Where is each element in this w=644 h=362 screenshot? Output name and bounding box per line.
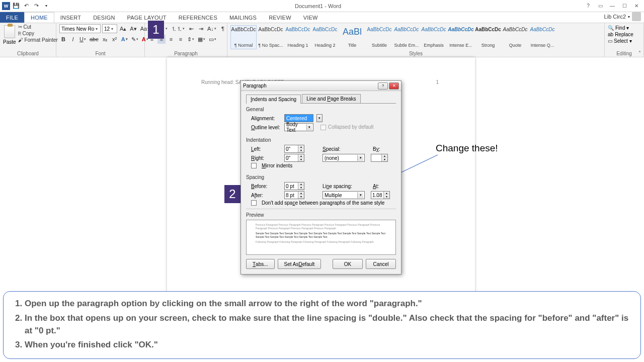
- strike-button[interactable]: abc: [89, 35, 100, 44]
- dialog-title: Paragraph: [243, 83, 267, 88]
- tabs-button[interactable]: Tabs...: [246, 259, 275, 269]
- help-icon[interactable]: ?: [584, 2, 593, 10]
- style-tile[interactable]: AaBbCcDcIntense E...: [448, 25, 474, 49]
- dialog-tab-breaks[interactable]: Line and Page Breaks: [302, 94, 360, 103]
- tab-references[interactable]: REFERENCES: [173, 12, 223, 23]
- decrease-indent-icon[interactable]: ⇤: [187, 24, 195, 33]
- maximize-icon[interactable]: ☐: [620, 2, 629, 10]
- style-tile[interactable]: AaBbCcDcHeading 1: [285, 25, 311, 49]
- underline-button[interactable]: U: [78, 35, 87, 44]
- title-bar: W 💾 ↶ ↷ ▾ Document1 - Word ? ▭ — ☐ ✕: [0, 0, 644, 12]
- tab-insert[interactable]: INSERT: [54, 12, 87, 23]
- window-title: Document1 - Word: [52, 3, 584, 9]
- paragraph-dialog: Paragraph ? ✕ IIndents and Spacingndents…: [240, 80, 401, 275]
- ok-button[interactable]: OK: [333, 259, 363, 269]
- user-name[interactable]: Lib Circ2: [604, 14, 626, 20]
- tab-design[interactable]: DESIGN: [87, 12, 121, 23]
- style-tile[interactable]: AaBbCcDc¶ Normal: [230, 25, 257, 49]
- indent-left-input[interactable]: ▴▾: [284, 145, 304, 153]
- highlight-icon[interactable]: ✎: [130, 35, 139, 44]
- bold-button[interactable]: B: [59, 35, 67, 44]
- paste-button[interactable]: Paste: [3, 24, 16, 45]
- line-spacing-dropdown[interactable]: Multiple▾: [323, 191, 365, 199]
- multilevel-icon[interactable]: ⒈⒈: [170, 24, 186, 33]
- style-tile[interactable]: AaBbCcDcQuote: [502, 25, 528, 49]
- borders-icon[interactable]: ▭: [208, 35, 217, 44]
- subscript-button[interactable]: x₂: [101, 35, 109, 44]
- find-button[interactable]: 🔍 Find ▾: [608, 25, 633, 31]
- font-name-combo[interactable]: Times New Ro▾: [59, 24, 101, 33]
- minimize-icon[interactable]: —: [608, 2, 617, 10]
- before-input[interactable]: ▴▾: [284, 182, 304, 190]
- style-tile[interactable]: AaBbCcDcSubtle Em...: [393, 25, 420, 49]
- instruction-2: In the box that opens up on your screen,…: [25, 312, 633, 337]
- tab-view[interactable]: VIEW: [297, 12, 324, 23]
- format-painter-button[interactable]: 🖌 Format Painter: [18, 37, 58, 43]
- indent-right-input[interactable]: ▴▾: [284, 154, 304, 162]
- tab-mailings[interactable]: MAILINGS: [223, 12, 263, 23]
- style-tile[interactable]: AaBlTitle: [339, 25, 365, 49]
- at-input[interactable]: ▴▾: [371, 191, 390, 199]
- italic-button[interactable]: I: [69, 35, 77, 44]
- by-input[interactable]: ▴▾: [371, 154, 388, 162]
- page-number: 1: [436, 79, 439, 85]
- shrink-font-icon[interactable]: A▾: [129, 24, 137, 33]
- style-tile[interactable]: AaBbCcDc¶ No Spac...: [258, 25, 284, 49]
- ribbon: Paste ✂ Cut ⎘ Copy 🖌 Format Painter Clip…: [0, 23, 644, 57]
- copy-button[interactable]: ⎘ Copy: [18, 31, 58, 36]
- justify-icon[interactable]: ≡: [177, 35, 185, 44]
- tab-home[interactable]: HOME: [24, 12, 54, 23]
- tab-file[interactable]: FILE: [0, 12, 24, 23]
- mirror-checkbox[interactable]: [251, 163, 257, 168]
- tab-review[interactable]: REVIEW: [263, 12, 297, 23]
- grow-font-icon[interactable]: A▴: [119, 24, 127, 33]
- sort-icon[interactable]: A↓: [206, 24, 217, 33]
- no-add-checkbox[interactable]: [251, 200, 257, 206]
- set-default-button[interactable]: Set As Default: [278, 259, 321, 269]
- collapse-ribbon-icon[interactable]: ˄: [638, 50, 641, 56]
- instruction-3: When you're finished click "OK.": [25, 339, 633, 351]
- show-marks-icon[interactable]: ¶: [219, 24, 227, 33]
- line-spacing-icon[interactable]: ⇕: [186, 35, 195, 44]
- replace-button[interactable]: ab Replace: [608, 32, 633, 37]
- text-effects-icon[interactable]: A: [120, 35, 129, 44]
- style-tile[interactable]: AaBbCcDcStrong: [475, 25, 501, 49]
- group-clipboard-label: Clipboard: [3, 50, 53, 57]
- after-input[interactable]: ▴▾: [284, 191, 304, 199]
- cut-button[interactable]: ✂ Cut: [18, 24, 58, 30]
- instructions-box: Open up the paragraph option by clicking…: [3, 291, 641, 359]
- undo-icon[interactable]: ↶: [22, 2, 30, 10]
- style-tile[interactable]: AaBbCcDcIntense Q...: [529, 25, 555, 49]
- special-dropdown[interactable]: (none)▾: [323, 154, 365, 162]
- style-tile[interactable]: AaBbCcDcHeading 2: [312, 25, 338, 49]
- align-right-icon[interactable]: ≡: [167, 35, 175, 44]
- preview-box: Previous Paragraph Previous Paragraph Pr…: [246, 220, 396, 255]
- style-tile[interactable]: AaBbCcDcEmphasis: [421, 25, 447, 49]
- word-icon: W: [2, 2, 10, 10]
- superscript-button[interactable]: x²: [111, 35, 119, 44]
- collapsed-checkbox: [320, 125, 326, 130]
- close-icon[interactable]: ✕: [632, 2, 641, 10]
- shading-icon[interactable]: ▦: [197, 35, 206, 44]
- increase-indent-icon[interactable]: ⇥: [197, 24, 205, 33]
- clipboard-icon: [4, 25, 15, 38]
- dialog-close-icon[interactable]: ✕: [389, 82, 399, 89]
- styles-gallery[interactable]: AaBbCcDc¶ NormalAaBbCcDc¶ No Spac...AaBb…: [230, 24, 555, 49]
- alignment-dropdown[interactable]: Centered: [284, 114, 313, 122]
- style-tile[interactable]: AaBbCcDcSubtitle: [366, 25, 392, 49]
- save-icon[interactable]: 💾: [12, 2, 20, 10]
- dialog-tab-indents[interactable]: IIndents and Spacingndents and Spacing: [246, 95, 301, 104]
- user-avatar-icon[interactable]: [632, 12, 641, 21]
- font-size-combo[interactable]: 12▾: [102, 24, 117, 33]
- cancel-button[interactable]: Cancel: [366, 259, 396, 269]
- select-button[interactable]: ▭ Select ▾: [608, 38, 633, 44]
- callout-1-badge: 1: [148, 21, 164, 39]
- outline-dropdown[interactable]: Body Text▾: [284, 123, 313, 131]
- ribbon-options-icon[interactable]: ▭: [596, 2, 605, 10]
- tab-page-layout[interactable]: PAGE LAYOUT: [121, 12, 173, 23]
- callout-2-badge: 2: [224, 185, 240, 203]
- dialog-help-icon[interactable]: ?: [378, 82, 388, 89]
- redo-icon[interactable]: ↷: [32, 2, 40, 10]
- qat-customize-icon[interactable]: ▾: [42, 2, 50, 10]
- group-editing-label: Editing: [608, 50, 640, 57]
